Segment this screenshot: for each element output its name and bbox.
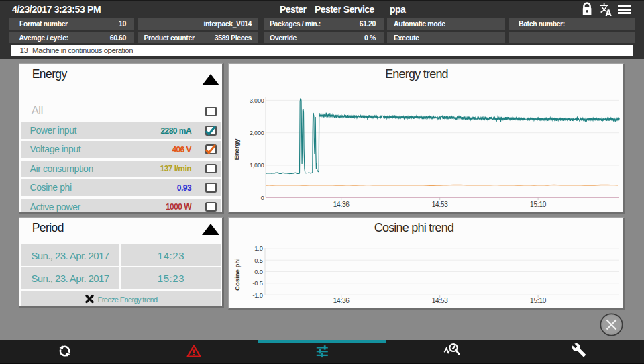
svg-text:14:53: 14:53 (432, 297, 449, 304)
svg-text:1,000: 1,000 (250, 162, 264, 169)
svg-text:Energy: Energy (233, 138, 240, 161)
svg-text:2,000: 2,000 (250, 130, 264, 136)
svg-text:Cosine phi: Cosine phi (233, 258, 241, 291)
svg-text:Cosine phi trend: Cosine phi trend (374, 221, 454, 234)
svg-text:1.0: 1.0 (254, 245, 262, 252)
svg-text:-0.5: -0.5 (252, 280, 262, 287)
svg-text:15:10: 15:10 (530, 297, 547, 304)
svg-text:14:36: 14:36 (333, 201, 350, 208)
svg-text:3,000: 3,000 (250, 97, 264, 104)
svg-text:0.0: 0.0 (254, 269, 262, 275)
svg-text:15:10: 15:10 (530, 201, 547, 208)
svg-text:Energy trend: Energy trend (385, 67, 448, 81)
svg-text:-1.0: -1.0 (252, 292, 262, 299)
svg-text:14:36: 14:36 (333, 297, 350, 304)
svg-text:0.5: 0.5 (254, 257, 262, 264)
svg-text:14:53: 14:53 (432, 201, 449, 208)
svg-text:0: 0 (261, 195, 264, 201)
